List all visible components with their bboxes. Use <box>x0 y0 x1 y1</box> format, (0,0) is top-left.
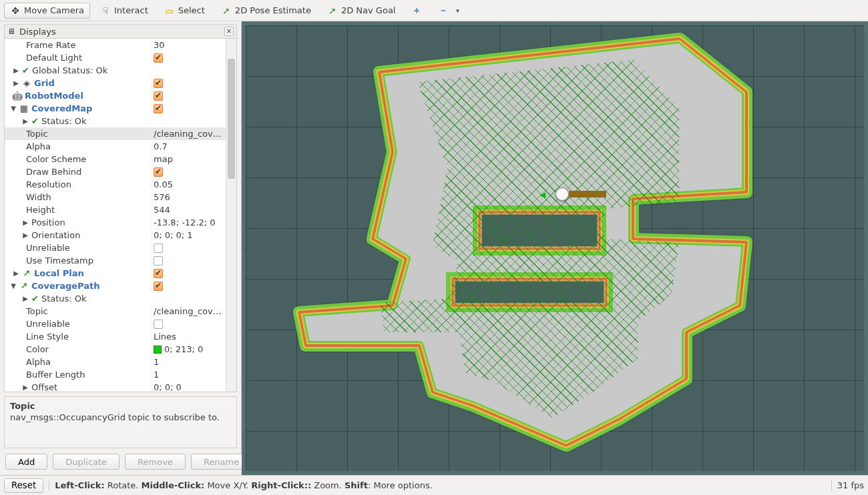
tree-row[interactable]: Width576 <box>5 191 226 203</box>
checkbox[interactable] <box>154 256 163 266</box>
checkbox[interactable] <box>154 53 163 63</box>
tree-row[interactable]: ▶✔Status: Ok <box>5 115 226 127</box>
checkbox[interactable] <box>154 104 163 113</box>
expand-icon[interactable]: ▶ <box>22 384 29 391</box>
tree-row[interactable]: ▼▦CoveredMap <box>5 102 226 115</box>
tree-value[interactable]: /cleaning_cov… <box>152 306 226 316</box>
tree-row[interactable]: ▶Orientation0; 0; 0; 1 <box>5 229 226 241</box>
tree-row[interactable]: Unreliable <box>5 318 226 330</box>
add-button[interactable]: Add <box>5 454 47 470</box>
tree-value[interactable]: 30 <box>152 40 226 50</box>
tree-row[interactable]: ▶✔Status: Ok <box>5 292 226 305</box>
checkbox[interactable] <box>154 79 163 88</box>
tree-value[interactable] <box>152 167 226 177</box>
duplicate-button: Duplicate <box>53 454 120 470</box>
tree-row[interactable]: ▶◈Grid <box>5 77 226 89</box>
tree-value[interactable]: 0; 0; 0; 1 <box>152 230 226 240</box>
tree-row[interactable]: Color Schememap <box>5 153 226 165</box>
checkbox[interactable] <box>154 243 163 253</box>
tree-value[interactable]: 1 <box>152 357 226 367</box>
expand-icon[interactable]: ▶ <box>22 219 29 226</box>
tree-label: Default Light <box>26 53 82 63</box>
tree-row[interactable]: Default Light <box>5 51 226 64</box>
nav-goal-button[interactable]: ➚ 2D Nav Goal <box>321 3 402 19</box>
tree-value[interactable]: 1 <box>152 370 226 380</box>
tree-row[interactable]: Line StyleLines <box>5 330 226 343</box>
grid-icon: ◈ <box>22 78 31 88</box>
tree-row[interactable]: Buffer Length1 <box>5 368 226 381</box>
tree-value[interactable]: -13.8; -12.2; 0 <box>152 217 226 227</box>
tree-row[interactable]: Topic/cleaning_cov… <box>5 127 226 140</box>
tree-value[interactable] <box>152 79 226 88</box>
checkbox[interactable] <box>154 320 163 329</box>
tree-row[interactable]: Topic/cleaning_cov… <box>5 305 226 318</box>
scrollbar[interactable] <box>226 39 236 392</box>
tree-value[interactable]: 0.7 <box>152 141 226 151</box>
checkbox[interactable] <box>154 167 163 177</box>
display-tree[interactable]: Frame Rate30Default Light▶✔Global Status… <box>5 39 226 392</box>
tree-row[interactable]: Resolution0.05 <box>5 178 226 191</box>
tree-label: Use Timestamp <box>26 256 93 266</box>
tree-row[interactable]: Unreliable <box>5 241 226 254</box>
tree-row[interactable]: ▶Position-13.8; -12.2; 0 <box>5 216 226 229</box>
tree-value[interactable]: 0; 213; 0 <box>152 344 226 354</box>
tree-value[interactable] <box>152 320 226 329</box>
tree-value[interactable]: 0.05 <box>152 179 226 189</box>
reset-button[interactable]: Reset <box>4 478 43 493</box>
expand-icon[interactable]: ▶ <box>13 67 19 74</box>
expand-icon[interactable]: ▶ <box>22 117 29 125</box>
tree-row[interactable]: ▶✔Global Status: Ok <box>5 64 226 77</box>
description-body: nav_msgs::OccupancyGrid topic to subscri… <box>10 412 231 422</box>
checkbox[interactable] <box>154 282 163 291</box>
tree-value[interactable]: 576 <box>152 192 226 202</box>
tree-row[interactable]: ▶Offset0; 0; 0 <box>5 381 226 392</box>
tree-label: Height <box>26 205 55 215</box>
tree-row[interactable]: ▶↗Local Plan <box>5 267 226 280</box>
checkbox[interactable] <box>154 91 163 101</box>
expand-icon[interactable]: ▶ <box>13 270 19 277</box>
pose-estimate-label: 2D Pose Estimate <box>235 5 311 15</box>
interact-button[interactable]: ☟ Interact <box>94 3 154 19</box>
render-view[interactable]: ◂ ▸ <box>242 21 868 475</box>
tree-value[interactable]: map <box>152 154 226 164</box>
tree-value[interactable]: /cleaning_cov… <box>152 129 226 139</box>
expand-icon[interactable]: ▼ <box>10 105 17 112</box>
tree-value[interactable] <box>152 91 226 101</box>
expand-icon[interactable]: ▶ <box>22 231 29 239</box>
tree-value[interactable] <box>152 53 226 63</box>
status-ok-icon: ✔ <box>22 65 29 75</box>
close-icon[interactable]: × <box>224 27 234 36</box>
tree-row[interactable]: Alpha1 <box>5 356 226 368</box>
panel-buttons: Add Duplicate Remove Rename <box>0 448 241 475</box>
tree-value[interactable] <box>152 104 226 113</box>
tree-label: Unreliable <box>26 243 70 253</box>
tree-row[interactable]: Height544 <box>5 203 226 216</box>
tree-label: Global Status: Ok <box>32 65 107 75</box>
tree-value[interactable] <box>152 256 226 266</box>
plus-button[interactable]: ＋ <box>405 3 428 19</box>
tree-value[interactable] <box>152 282 226 291</box>
tree-row[interactable]: 🤖RobotModel <box>5 89 226 102</box>
tree-value[interactable] <box>152 269 226 278</box>
select-button[interactable]: ▭ Select <box>158 3 211 19</box>
tree-value[interactable]: 0; 0; 0 <box>152 382 226 392</box>
expand-icon[interactable]: ▶ <box>22 295 29 302</box>
checkbox[interactable] <box>154 269 163 278</box>
tree-row[interactable]: Alpha0.7 <box>5 140 226 153</box>
tree-label: Color <box>26 344 49 354</box>
tree-value[interactable]: 544 <box>152 205 226 215</box>
tree-row[interactable]: Frame Rate30 <box>5 39 226 51</box>
move-camera-button[interactable]: ✥ Move Camera <box>4 3 90 19</box>
tree-row[interactable]: Draw Behind <box>5 165 226 178</box>
tree-value[interactable]: Lines <box>152 332 226 342</box>
expand-icon[interactable]: ▶ <box>13 79 19 87</box>
tree-row[interactable]: Color0; 213; 0 <box>5 343 226 356</box>
tree-label: Alpha <box>26 141 51 151</box>
minus-button[interactable]: － ▾ <box>432 3 469 19</box>
tree-row[interactable]: ▼↗CoveragePath <box>5 280 226 292</box>
tree-value[interactable] <box>152 243 226 253</box>
pose-estimate-button[interactable]: ➚ 2D Pose Estimate <box>215 3 317 19</box>
move-camera-label: Move Camera <box>24 5 84 15</box>
expand-icon[interactable]: ▼ <box>10 282 17 290</box>
tree-row[interactable]: Use Timestamp <box>5 254 226 267</box>
